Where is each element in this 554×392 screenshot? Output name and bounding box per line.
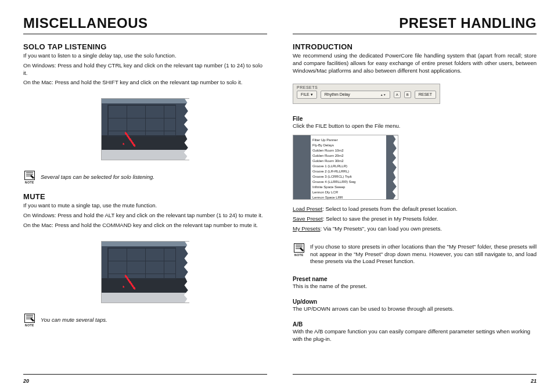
save-preset-line: Save Preset: Select to save the preset i…: [293, 215, 537, 223]
list-item: Lennon Space LRR: [312, 195, 355, 200]
list-item: Infinite Space Sweep: [312, 185, 355, 190]
note-icon: NOTE: [23, 314, 36, 327]
footer-rule: [23, 374, 537, 375]
preset-bar-label: PRESETS: [297, 85, 436, 89]
ab-text: With the A/B compare function you can ea…: [293, 328, 537, 343]
list-item: Lennon Dly LCR: [312, 190, 355, 195]
mute-note-text: You can mute several taps.: [41, 317, 107, 324]
heading-updown: Up/down: [293, 299, 537, 305]
file-text: Click the FILE button to open the File m…: [293, 123, 537, 130]
mute-windows: On Windows: Press and hold the ALT key a…: [23, 212, 267, 220]
compare-b-button[interactable]: B: [404, 91, 411, 98]
intro-text: We recommend using the dedicated PowerCo…: [293, 52, 537, 74]
file-menu-list: Filter Up Panner Fly-By Delays Golden Ro…: [312, 138, 355, 200]
preset-name-text: This is the name of the preset.: [293, 283, 537, 290]
screenshot-file-menu: Filter Up Panner Fly-By Delays Golden Ro…: [293, 135, 398, 200]
title-rule-right: [293, 34, 537, 34]
note-icon: NOTE: [293, 243, 305, 265]
heading-intro: INTRODUCTION: [293, 42, 537, 51]
list-item: Golden Room 20m2: [312, 153, 355, 159]
heading-preset-name: Preset name: [293, 276, 537, 282]
page-title-left: MISCELLANEOUS: [23, 15, 148, 31]
page-number-left: 20: [23, 378, 29, 384]
load-preset-line: Load Preset: Select to load presets from…: [293, 206, 537, 213]
list-item: Filter Up Panner: [312, 138, 355, 143]
mute-mac: On the Mac: Press and hold the COMMAND k…: [23, 222, 267, 229]
list-item: Groove 4 (LLRRLLRR) Swg: [312, 179, 355, 185]
file-note-text: If you chose to store presets in other l…: [310, 243, 537, 265]
preset-name-field[interactable]: Rhythm Delay ▲▼: [321, 91, 390, 99]
list-item: Groove 1 (LLRLRLLR): [312, 164, 355, 169]
list-item: Groove 3 (LCRRCL) Trplt: [312, 174, 355, 179]
list-item: Golden Room 30m2: [312, 159, 355, 164]
heading-ab: A/B: [293, 321, 537, 328]
compare-a-button[interactable]: A: [394, 91, 401, 98]
solo-note-text: Several taps can be selected for solo li…: [41, 174, 154, 181]
list-item: Golden Room 10m2: [312, 148, 355, 153]
left-column: MISCELLANEOUS SOLO TAP LISTENING If you …: [23, 15, 267, 369]
heading-mute: MUTE: [23, 192, 267, 201]
title-rule-left: [23, 34, 267, 34]
heading-solo: SOLO TAP LISTENING: [23, 42, 267, 51]
screenshot-mute-tap: [101, 241, 189, 303]
my-presets-line: My Presets: Via "My Presets", you can lo…: [293, 225, 537, 233]
screenshot-solo-tap: [101, 98, 189, 160]
file-button[interactable]: FILE ▾: [297, 91, 317, 99]
updown-arrows-icon[interactable]: ▲▼: [380, 93, 386, 96]
solo-intro: If you want to listen to a single delay …: [23, 52, 267, 60]
page-title-right: PRESET HANDLING: [399, 15, 537, 31]
solo-mac: On the Mac: Press and hold the SHIFT key…: [23, 79, 267, 87]
heading-file: File: [293, 116, 537, 122]
mute-intro: If you want to mute a single tap, use th…: [23, 202, 267, 210]
reset-button[interactable]: RESET: [415, 91, 436, 99]
list-item: Fly-By Delays: [312, 143, 355, 148]
solo-windows: On Windows: Press and hold they CTRL key…: [23, 62, 267, 77]
note-icon: NOTE: [23, 171, 36, 184]
updown-text: The UP/DOWN arrows can be used to browse…: [293, 305, 537, 313]
list-item: Groove 2 (LR-RLLRRL): [312, 169, 355, 174]
screenshot-preset-bar: PRESETS FILE ▾ Rhythm Delay ▲▼ A B RESET: [293, 84, 440, 104]
right-column: PRESET HANDLING INTRODUCTION We recommen…: [293, 15, 537, 369]
page-number-right: 21: [531, 378, 537, 384]
